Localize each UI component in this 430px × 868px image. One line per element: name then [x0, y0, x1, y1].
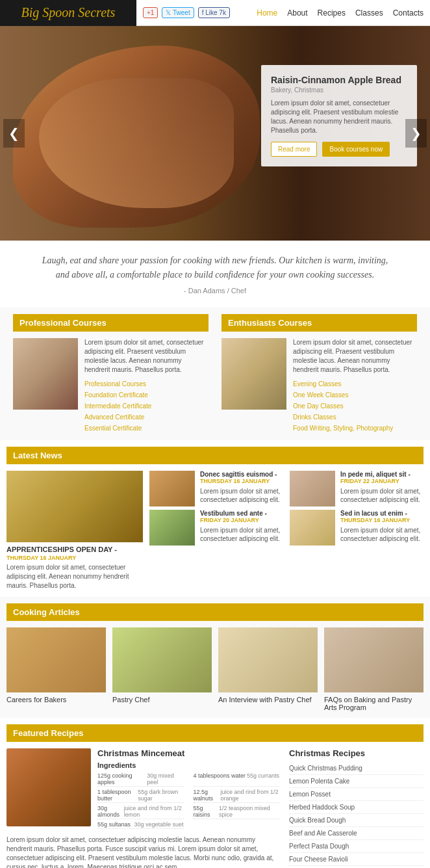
- ingredient-item-2: 4 tablespoons water: [194, 772, 246, 785]
- recipe-link-4[interactable]: Herbed Haddock Soup: [289, 801, 424, 814]
- hero-title: Raisin-Cinnamon Apple Bread: [271, 75, 407, 85]
- news-snippet-4: Lorem ipsum dolor sit amet, consectetuer…: [340, 526, 424, 543]
- news-grid: APPRENTICESHIPS OPEN DAY - THURSDAY 16 J…: [6, 471, 424, 590]
- site-logo: Big Spoon Secrets: [21, 5, 116, 20]
- enthusiasts-courses: Enthusiasts Courses Lorem ipsum dolor si…: [215, 314, 424, 434]
- recipe-link-8[interactable]: Four Cheese Ravioli: [289, 853, 424, 866]
- pro-link-1[interactable]: Professional Courses: [84, 378, 209, 389]
- enthusiasts-description: Lorem ipsum dolor sit amet, consectetuer…: [293, 338, 417, 375]
- news-date-3: FRIDAY 22 JANUARY: [340, 478, 424, 484]
- ingredient-amount-6: 1/2 teaspoon mixed spice: [219, 805, 279, 818]
- news-thumb-4: [290, 510, 335, 546]
- recipe-link-2[interactable]: Lemon Polenta Cake: [289, 775, 424, 788]
- news-thumb-1: [149, 471, 195, 506]
- news-item-1-text: Donec sagittis euismod - THURSDAY 16 JAN…: [200, 471, 283, 504]
- news-item-2-text: Vestibulum sed ante - FRIDAY 20 JANUARY …: [200, 510, 283, 543]
- recipe-description: Lorem ipsum dolor sit amet, consectetuer…: [6, 835, 279, 868]
- news-title-1[interactable]: Donec sagittis euismod -: [200, 471, 283, 478]
- recipe-link-7[interactable]: Perfect Pasta Dough: [289, 840, 424, 853]
- twitter-button[interactable]: 𝕏 Tweet: [162, 7, 194, 18]
- nav-classes[interactable]: Classes: [355, 8, 383, 18]
- recipe-pie-area: Christmas Mincemeat Ingredients 125g coo…: [6, 748, 279, 829]
- article-image-2: [112, 627, 212, 692]
- articles-grid: Careers for Bakers Pastry Chef An Interv…: [6, 627, 424, 711]
- enth-link-4[interactable]: Drinks Classes: [293, 412, 417, 423]
- recipe-link-3[interactable]: Lemon Posset: [289, 788, 424, 801]
- article-2: Pastry Chef: [112, 627, 212, 711]
- pro-link-2[interactable]: Foundation Certificate: [84, 389, 209, 401]
- nav-recipes[interactable]: Recipes: [318, 8, 346, 18]
- articles-section: Cooking Articles Careers for Bakers Past…: [0, 597, 430, 718]
- recipe-details: Christmas Mincemeat Ingredients 125g coo…: [97, 748, 279, 829]
- news-col-left: Donec sagittis euismod - THURSDAY 16 JAN…: [149, 471, 283, 590]
- news-item-2: Vestibulum sed ante - FRIDAY 20 JANUARY …: [149, 510, 283, 546]
- ingredient-item-3: 1 tablespoon butter: [97, 789, 138, 802]
- article-4: FAQs on Baking and Pastry Arts Program: [324, 627, 424, 711]
- news-snippet-3: Lorem ipsum dolor sit amet, consectetuer…: [340, 487, 424, 504]
- enthusiasts-links: Evening Classes One Week Classes One Day…: [293, 378, 417, 434]
- news-title-4[interactable]: Sed in lacus ut enim -: [340, 510, 424, 517]
- news-main-body: Lorem ipsum dolor sit amet, consectetuer…: [6, 563, 143, 590]
- news-title-2[interactable]: Vestibulum sed ante -: [200, 510, 283, 517]
- news-date-4: THURSDAY 16 JANUARY: [340, 517, 424, 523]
- recipe-link-1[interactable]: Quick Christmas Pudding: [289, 762, 424, 775]
- ingredient-item-1: 125g cooking apples: [97, 772, 147, 785]
- hero-next-button[interactable]: ❯: [405, 119, 427, 148]
- professional-courses: Professional Courses Lorem ipsum dolor s…: [6, 314, 215, 434]
- recipes-header: Featured Recipes: [6, 724, 424, 742]
- recipe-right: Christmas Recipes Quick Christmas Puddin…: [289, 748, 424, 868]
- news-date-1: THURSDAY 16 JANUARY: [200, 478, 283, 484]
- gplus-button[interactable]: +1: [143, 7, 158, 18]
- nav-about[interactable]: About: [287, 8, 307, 18]
- article-3: An Interview with Pastry Chef: [218, 627, 318, 711]
- article-title-3[interactable]: An Interview with Pastry Chef: [218, 696, 318, 704]
- news-section: Latest News APPRENTICESHIPS OPEN DAY - T…: [0, 440, 430, 597]
- recipe-link-5[interactable]: Quick Bread Dough: [289, 814, 424, 827]
- ingredient-amount-4: juice and rind from 1/2 orange: [221, 789, 279, 802]
- ingredient-amount-7: 30g vegetable suet: [134, 821, 183, 828]
- recipe-link-6[interactable]: Beef and Ale Casserole: [289, 827, 424, 840]
- author-role: / Chef: [227, 287, 246, 295]
- article-title-1[interactable]: Careers for Bakers: [6, 696, 106, 704]
- nav-contacts[interactable]: Contacts: [393, 8, 424, 18]
- recipe-pie-image: [6, 748, 91, 826]
- quote-text: Laugh, eat and share your passion for co…: [39, 254, 391, 283]
- ingredient-item-4: 12.5g walnuts: [194, 789, 221, 802]
- news-main-date: THURSDAY 16 JANUARY: [6, 555, 76, 561]
- professional-header: Professional Courses: [13, 314, 209, 332]
- enth-link-5[interactable]: Food Writing, Styling, Photography: [293, 423, 417, 434]
- professional-description: Lorem ipsum dolor sit amet, consectetuer…: [84, 338, 209, 375]
- professional-text: Lorem ipsum dolor sit amet, consectetuer…: [84, 338, 209, 434]
- news-item-4: Sed in lacus ut enim - THURSDAY 16 JANUA…: [290, 510, 424, 546]
- ingredient-amount-1: 30g mixed peel: [147, 772, 183, 785]
- nav-home[interactable]: Home: [257, 8, 277, 18]
- ingredients-label: Ingredients: [97, 761, 279, 769]
- social-buttons: +1 𝕏 Tweet f Like 7k: [136, 7, 236, 18]
- pro-link-4[interactable]: Advanced Certificate: [84, 412, 209, 423]
- hero-prev-button[interactable]: ❮: [3, 119, 25, 148]
- enthusiasts-image: [221, 338, 286, 410]
- pro-link-5[interactable]: Essential Certificate: [84, 423, 209, 434]
- enth-link-1[interactable]: Evening Classes: [293, 378, 417, 389]
- article-image-4: [324, 627, 424, 692]
- read-more-button[interactable]: Read more: [271, 142, 317, 157]
- recipe-left: Christmas Mincemeat Ingredients 125g coo…: [6, 748, 279, 868]
- news-item-4-text: Sed in lacus ut enim - THURSDAY 16 JANUA…: [340, 510, 424, 543]
- enth-link-2[interactable]: One Week Classes: [293, 389, 417, 401]
- hero-description: Lorem ipsum dolor sit amet, consectetuer…: [271, 99, 407, 135]
- news-title-3[interactable]: In pede mi, aliquet sit -: [340, 471, 424, 478]
- facebook-button[interactable]: f Like 7k: [198, 7, 230, 18]
- book-courses-button[interactable]: Book courses now: [322, 142, 390, 157]
- ingredient-amount-5: juice and rind from 1/2 lemon: [124, 805, 184, 818]
- header: Big Spoon Secrets +1 𝕏 Tweet f Like 7k H…: [0, 0, 430, 26]
- pro-link-3[interactable]: Intermediate Certificate: [84, 401, 209, 412]
- article-title-4[interactable]: FAQs on Baking and Pastry Arts Program: [324, 696, 424, 711]
- enthusiasts-content: Lorem ipsum dolor sit amet, consectetuer…: [221, 338, 417, 434]
- enth-link-3[interactable]: One Day Classes: [293, 401, 417, 412]
- articles-header: Cooking Articles: [6, 603, 424, 621]
- news-header: Latest News: [6, 447, 424, 464]
- article-title-2[interactable]: Pastry Chef: [112, 696, 212, 704]
- news-item-1: Donec sagittis euismod - THURSDAY 16 JAN…: [149, 471, 283, 506]
- courses-section: Professional Courses Lorem ipsum dolor s…: [0, 308, 430, 440]
- ingredients-grid: 125g cooking apples 30g mixed peel 4 tab…: [97, 772, 279, 829]
